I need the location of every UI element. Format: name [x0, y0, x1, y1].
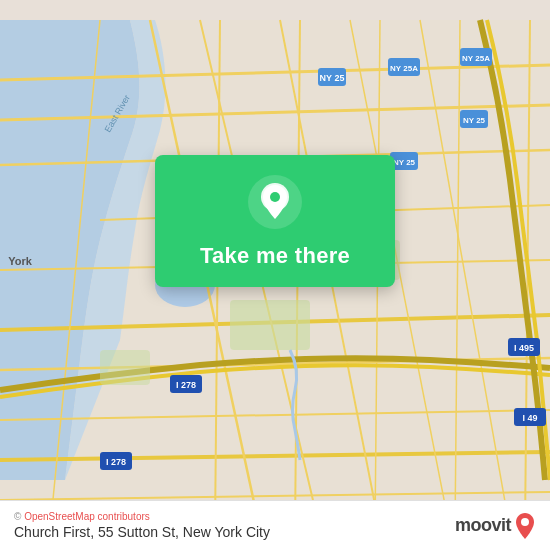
svg-text:NY 25: NY 25 [463, 116, 486, 125]
svg-point-49 [521, 518, 529, 526]
moovit-logo: moovit [455, 512, 536, 540]
svg-point-48 [270, 192, 280, 202]
svg-text:York: York [8, 255, 33, 267]
osm-credit: © OpenStreetMap contributors [14, 511, 270, 522]
bottom-bar: © OpenStreetMap contributors Church Firs… [0, 500, 550, 550]
svg-rect-23 [230, 300, 310, 350]
svg-text:NY 25A: NY 25A [390, 64, 418, 73]
take-me-there-button[interactable]: Take me there [200, 243, 350, 269]
moovit-pin-icon [514, 512, 536, 540]
svg-text:I 495: I 495 [514, 343, 534, 353]
copyright-symbol: © [14, 511, 21, 522]
address-section: © OpenStreetMap contributors Church Firs… [14, 511, 270, 540]
svg-text:NY 25A: NY 25A [462, 54, 490, 63]
map-container: NY 25 NY 25A NY 25A NY 25 NY 25 I 278 I … [0, 0, 550, 550]
svg-text:I 278: I 278 [176, 380, 196, 390]
svg-text:I 278: I 278 [106, 457, 126, 467]
svg-text:NY 25: NY 25 [393, 158, 416, 167]
location-card: Take me there [155, 155, 395, 287]
address-text: Church First, 55 Sutton St, New York Cit… [14, 524, 270, 540]
svg-text:I 49: I 49 [522, 413, 537, 423]
svg-rect-25 [100, 350, 150, 385]
osm-link[interactable]: OpenStreetMap contributors [24, 511, 150, 522]
pin-icon [248, 175, 302, 229]
moovit-text: moovit [455, 515, 511, 536]
svg-text:NY 25: NY 25 [320, 73, 345, 83]
